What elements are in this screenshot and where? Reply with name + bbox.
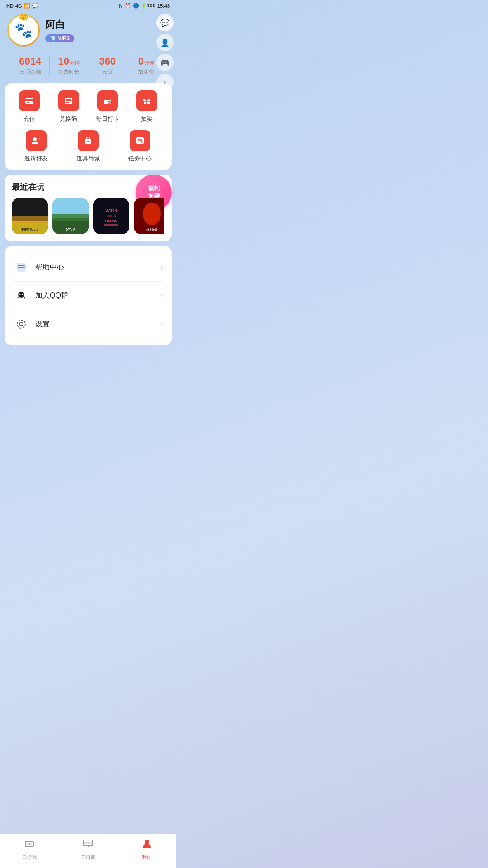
svg-point-66: [145, 840, 149, 844]
svg-text:WATCH: WATCH: [105, 209, 117, 212]
game-gta[interactable]: GTA VI: [52, 198, 89, 234]
action-exchange-label: 兑换码: [60, 115, 77, 123]
svg-rect-28: [12, 216, 48, 223]
svg-point-15: [33, 137, 37, 141]
stat-free-time-unit: 分钟: [70, 60, 80, 66]
svg-text:DOGS: DOGS: [107, 214, 116, 217]
stat-free-time[interactable]: 10 分钟 免费时长: [50, 56, 89, 76]
stats-row: 6014 云币余额 10 分钟 免费时长 360 云豆 0 分钟 加油包: [7, 56, 169, 76]
action-exchange[interactable]: 兑换码: [51, 90, 87, 123]
alarm-icon: ⏰: [125, 3, 131, 9]
svg-rect-32: [52, 214, 89, 221]
status-bar: HD 4G 📶 💬 N ⏰ 🔵 🔋100 15:48: [0, 0, 176, 10]
svg-text:GTA VI: GTA VI: [66, 228, 76, 231]
svg-text:赛博朋克2077: 赛博朋克2077: [21, 228, 38, 231]
svg-point-54: [22, 294, 23, 295]
svg-rect-48: [18, 265, 25, 266]
checkin-icon: [97, 90, 118, 111]
action-shop-label: 道具商城: [76, 155, 100, 163]
actions-grid-row2: 邀请好友 道具商城: [12, 130, 164, 163]
vip-badge: 💎 VIP3: [45, 34, 74, 42]
action-recharge[interactable]: 充值: [12, 90, 47, 123]
stat-beans-label: 云豆: [102, 68, 113, 76]
svg-rect-63: [84, 842, 93, 844]
wechat-icon: 💬: [32, 3, 38, 9]
stat-boost-label: 加油包: [138, 68, 154, 76]
main-content: 充值 兑换码: [0, 83, 176, 834]
recharge-icon: [19, 90, 40, 111]
nfc-icon: N: [119, 3, 123, 9]
stat-beans[interactable]: 360 云豆: [88, 56, 127, 76]
stat-coins-value: 6014: [19, 56, 41, 67]
section-header: 最近在玩 福利 来袭: [12, 182, 164, 193]
stat-boost[interactable]: 0 分钟 加油包: [127, 56, 166, 76]
fukuli-line1: 福利: [148, 185, 160, 193]
recent-games-title: 最近在玩: [12, 182, 44, 193]
header-area: 💬 👤 🎮 › 👑 🐾 阿白 💎 VIP3 6014 云币余额: [0, 10, 176, 83]
games-row: 赛博朋克2077 GTA VI WATCH DOGS LEGION: [12, 198, 164, 234]
tab-cloud-pc[interactable]: 云电脑: [59, 838, 117, 861]
action-tasks-label: 任务中心: [128, 155, 152, 163]
menu-settings[interactable]: 设置 ›: [12, 310, 164, 338]
bluetooth-icon: 🔵: [133, 3, 139, 9]
chat-button[interactable]: 💬: [156, 14, 174, 31]
game-4[interactable]: 格斗游戏: [134, 198, 164, 234]
menu-qq[interactable]: 加入QQ群 ›: [12, 282, 164, 310]
tab-bar: 云游戏 云电脑 我的: [0, 834, 176, 868]
tab-cloud-game-label: 云游戏: [22, 854, 37, 861]
svg-rect-1: [25, 99, 33, 101]
avatar-emoji: 🐾: [14, 22, 33, 39]
action-shop[interactable]: 道具商城: [64, 130, 112, 163]
action-tasks[interactable]: 任务中心: [116, 130, 164, 163]
game-watchdogs[interactable]: WATCH DOGS LEGION: [93, 198, 129, 234]
avatar: 👑 🐾: [7, 14, 40, 47]
wifi-icon: 📶: [24, 3, 30, 9]
action-checkin[interactable]: 每日打卡: [90, 90, 126, 123]
time-display: 15:48: [157, 3, 170, 9]
stat-boost-unit: 分钟: [144, 60, 154, 66]
vip-label: VIP3: [58, 35, 70, 42]
settings-icon: [14, 316, 29, 332]
menu-help-label: 帮助中心: [35, 263, 154, 272]
svg-point-56: [17, 320, 25, 328]
action-checkin-label: 每日打卡: [96, 115, 119, 123]
signal-icon: HD: [6, 3, 14, 9]
svg-rect-31: [52, 218, 89, 234]
menu-settings-label: 设置: [35, 320, 154, 329]
svg-rect-49: [18, 267, 25, 268]
exchange-icon: [58, 90, 79, 111]
quick-actions-card: 充值 兑换码: [5, 83, 172, 170]
avatar-wrap[interactable]: 👑 🐾: [7, 14, 40, 47]
tab-cloud-game[interactable]: 云游戏: [0, 838, 59, 861]
svg-rect-20: [87, 141, 89, 142]
action-invite[interactable]: 邀请好友: [12, 130, 60, 163]
menu-qq-label: 加入QQ群: [35, 291, 154, 301]
game-cyberpunk[interactable]: 赛博朋克2077: [12, 198, 48, 234]
help-chevron-icon: ›: [160, 263, 163, 271]
svg-point-53: [19, 294, 21, 295]
menu-card: 帮助中心 › 加入QQ群 ›: [5, 246, 172, 345]
qq-icon: [14, 288, 29, 303]
svg-rect-50: [18, 269, 22, 269]
action-recharge-label: 充值: [23, 115, 35, 123]
profile-info: 阿白 💎 VIP3: [45, 18, 74, 42]
settings-chevron-icon: ›: [160, 320, 163, 328]
tab-cloud-pc-label: 云电脑: [81, 854, 96, 861]
expand-float-button[interactable]: ›: [156, 74, 174, 91]
recent-games-card: 最近在玩 福利 来袭 赛博朋克2077: [5, 175, 172, 241]
stat-coins[interactable]: 6014 云币余额: [11, 56, 50, 76]
network-icon: 4G: [15, 3, 22, 9]
cloud-pc-icon: [82, 838, 94, 852]
stat-boost-value: 0: [138, 56, 144, 67]
svg-rect-38: [104, 224, 118, 226]
stat-coins-label: 云币余额: [19, 68, 41, 76]
shop-icon: [78, 130, 99, 151]
floating-controls: 💬 👤 🎮 ›: [154, 10, 176, 94]
action-lottery-label: 抽奖: [141, 115, 153, 123]
action-lottery[interactable]: 抽奖: [129, 90, 165, 123]
svg-text:LEGION: LEGION: [105, 220, 117, 223]
stat-free-time-value: 10: [58, 56, 69, 67]
tab-mine[interactable]: 我的: [117, 838, 176, 861]
avatar-float-button[interactable]: 👤: [156, 34, 174, 51]
menu-help[interactable]: 帮助中心 ›: [12, 253, 164, 282]
